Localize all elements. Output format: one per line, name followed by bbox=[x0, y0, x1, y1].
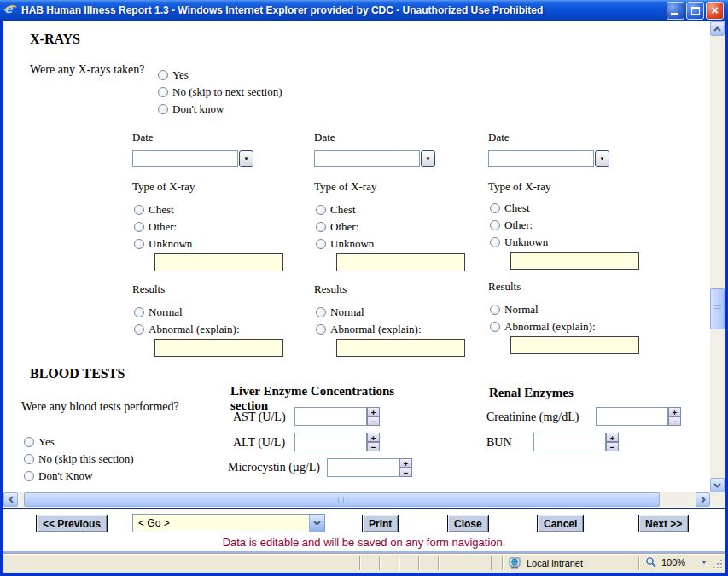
print-button[interactable]: Print bbox=[362, 515, 399, 532]
xray-taken-yes-option[interactable]: Yes bbox=[158, 68, 189, 82]
statusbar-separator bbox=[418, 556, 420, 570]
previous-button[interactable]: << Previous bbox=[36, 515, 108, 532]
xray2-date-dropdown-button[interactable]: ▼ bbox=[421, 150, 435, 167]
xray3-result-normal-option[interactable]: Normal bbox=[490, 303, 539, 317]
xray2-type-other-option[interactable]: Other: bbox=[316, 220, 358, 234]
scrollbar-corner bbox=[710, 492, 725, 507]
title-bar[interactable]: e HAB Human Illness Report 1.3 - Windows… bbox=[0, 0, 728, 21]
creatinine-spin-down-button[interactable]: − bbox=[668, 416, 681, 426]
date-label: Date bbox=[314, 131, 335, 144]
xray1-type-chest-option[interactable]: Chest bbox=[134, 203, 174, 217]
go-select-value: < Go > bbox=[133, 517, 309, 529]
creatinine-field: + − bbox=[596, 407, 681, 426]
maximize-button[interactable] bbox=[686, 2, 704, 20]
xray1-result-abnormal-option[interactable]: Abnormal (explain): bbox=[134, 323, 240, 336]
radio-icon bbox=[316, 222, 326, 232]
bun-input[interactable] bbox=[533, 433, 606, 451]
xray2-type-unknown-option[interactable]: Unknown bbox=[316, 237, 374, 251]
close-button[interactable]: Close bbox=[447, 515, 489, 532]
microcystin-spin-down-button[interactable]: − bbox=[399, 468, 412, 477]
next-button[interactable]: Next >> bbox=[638, 515, 689, 532]
vertical-scrollbar-thumb[interactable] bbox=[710, 288, 725, 329]
radio-icon bbox=[134, 324, 144, 335]
microcystin-input[interactable] bbox=[327, 458, 399, 477]
xray-taken-dontknow-option[interactable]: Don't know bbox=[158, 102, 224, 116]
results-label: Results bbox=[314, 282, 347, 296]
xray1-date-dropdown-button[interactable]: ▼ bbox=[239, 150, 253, 167]
radio-icon bbox=[316, 239, 326, 249]
creatinine-label: Creatinine (mg/dL) bbox=[486, 410, 579, 424]
go-select[interactable]: < Go > bbox=[132, 514, 325, 532]
xray1-date-combo: ▼ bbox=[132, 150, 253, 167]
xray3-result-abnormal-option[interactable]: Abnormal (explain): bbox=[490, 320, 596, 334]
xray3-other-text-input[interactable] bbox=[510, 252, 639, 270]
radio-icon bbox=[24, 471, 34, 481]
xray-column-3: Date ▼ Type of X-ray Chest Other: Unknow… bbox=[488, 128, 663, 363]
minimize-button[interactable] bbox=[667, 2, 684, 20]
renal-enzymes-group: Renal Enzymes Creatinine (mg/dL) + − BUN… bbox=[486, 384, 691, 482]
xray2-type-chest-option[interactable]: Chest bbox=[316, 203, 356, 217]
xray1-date-input[interactable] bbox=[132, 150, 238, 167]
xray3-type-unknown-option[interactable]: Unknown bbox=[490, 236, 548, 249]
creatinine-spin-up-button[interactable]: + bbox=[668, 407, 681, 416]
ast-label: AST (U/L) bbox=[233, 410, 286, 424]
xray1-result-normal-option[interactable]: Normal bbox=[134, 305, 183, 319]
scroll-down-button[interactable] bbox=[710, 478, 725, 492]
status-bar: Local intranet 100% bbox=[3, 553, 725, 573]
local-intranet-icon bbox=[509, 556, 522, 570]
xray2-result-normal-option[interactable]: Normal bbox=[316, 305, 364, 319]
scroll-right-button[interactable] bbox=[696, 492, 710, 507]
close-icon: × bbox=[711, 4, 718, 16]
radio-icon bbox=[24, 454, 34, 464]
xray1-type-unknown-option[interactable]: Unknown bbox=[134, 237, 192, 251]
xray2-date-input[interactable] bbox=[314, 150, 420, 167]
xray3-date-input[interactable] bbox=[488, 150, 594, 167]
thumb-grip-icon bbox=[714, 305, 721, 313]
xray2-abnormal-text-input[interactable] bbox=[336, 339, 465, 357]
close-window-button[interactable]: × bbox=[706, 2, 724, 20]
xray3-abnormal-text-input[interactable] bbox=[510, 336, 639, 354]
ast-spin-down-button[interactable]: − bbox=[367, 416, 380, 426]
xray-section-heading: X-RAYS bbox=[30, 32, 80, 47]
renal-heading: Renal Enzymes bbox=[489, 386, 574, 400]
bun-spin-down-button[interactable]: − bbox=[606, 442, 619, 451]
resize-grip[interactable] bbox=[713, 559, 723, 571]
horizontal-scrollbar[interactable] bbox=[3, 492, 710, 507]
alt-spin-down-button[interactable]: − bbox=[367, 442, 380, 451]
xray1-other-text-input[interactable] bbox=[154, 253, 283, 271]
zoom-dropdown-icon[interactable] bbox=[702, 561, 707, 564]
xray1-type-other-option[interactable]: Other: bbox=[134, 220, 177, 234]
creatinine-input[interactable] bbox=[596, 407, 668, 426]
blood-section-heading: BLOOD TESTS bbox=[30, 366, 125, 381]
xray2-other-text-input[interactable] bbox=[336, 253, 465, 271]
radio-icon bbox=[158, 87, 168, 97]
xray3-type-other-option[interactable]: Other: bbox=[490, 218, 533, 232]
blood-yes-option[interactable]: Yes bbox=[24, 435, 55, 449]
scroll-up-button[interactable] bbox=[710, 21, 725, 36]
alt-input[interactable] bbox=[294, 433, 367, 451]
zoom-panel[interactable]: 100% bbox=[645, 556, 707, 568]
scroll-left-button[interactable] bbox=[3, 492, 18, 507]
radio-icon bbox=[316, 307, 326, 317]
alt-spin-up-button[interactable]: + bbox=[367, 433, 380, 442]
cancel-button[interactable]: Cancel bbox=[537, 515, 584, 532]
xray3-type-chest-option[interactable]: Chest bbox=[490, 201, 530, 215]
bun-spin-up-button[interactable]: + bbox=[606, 433, 619, 442]
select-dropdown-icon[interactable] bbox=[309, 515, 324, 532]
horizontal-scrollbar-thumb[interactable] bbox=[24, 492, 660, 507]
radio-icon bbox=[134, 222, 144, 232]
ast-input[interactable] bbox=[294, 407, 367, 426]
ast-spin-up-button[interactable]: + bbox=[367, 407, 380, 416]
microcystin-spin-up-button[interactable]: + bbox=[399, 458, 412, 468]
blood-no-option[interactable]: No (skip this section) bbox=[24, 452, 134, 466]
security-zone-label: Local intranet bbox=[527, 558, 583, 568]
radio-icon bbox=[158, 70, 168, 80]
xray3-date-dropdown-button[interactable]: ▼ bbox=[595, 150, 609, 167]
xray-taken-no-option[interactable]: No (skip to next section) bbox=[158, 85, 282, 99]
xray2-result-abnormal-option[interactable]: Abnormal (explain): bbox=[316, 323, 422, 336]
results-label: Results bbox=[132, 282, 165, 296]
vertical-scrollbar[interactable] bbox=[710, 21, 725, 492]
xray1-abnormal-text-input[interactable] bbox=[154, 339, 283, 357]
blood-dontknow-option[interactable]: Don't Know bbox=[24, 469, 92, 483]
statusbar-separator bbox=[491, 556, 492, 570]
